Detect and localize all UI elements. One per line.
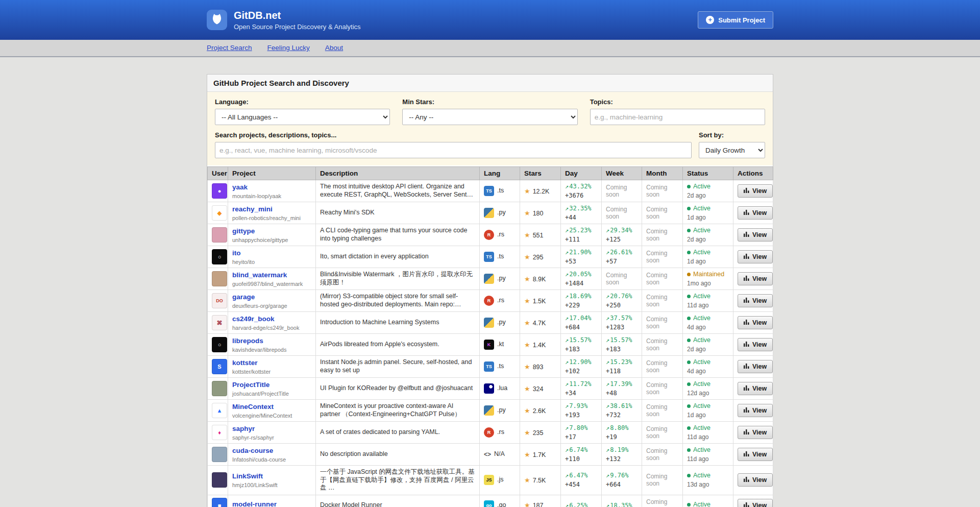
trend-up-icon: ↗ <box>565 205 569 212</box>
growth-percent: ↗6.25% <box>565 502 597 507</box>
project-link[interactable]: ProjectTitle <box>232 381 270 389</box>
table-row[interactable]: blind_watermark guofei9987/blind_waterma… <box>208 268 773 290</box>
view-button[interactable]: View <box>738 448 773 461</box>
star-icon: ★ <box>524 187 530 195</box>
avatar: ♦ <box>212 425 227 440</box>
language-ext: .py <box>497 406 506 414</box>
avatar: S <box>212 359 227 374</box>
view-button[interactable]: View <box>738 294 773 307</box>
card-title: GitHub Project Search and Discovery <box>207 75 773 92</box>
plus-circle-icon: + <box>706 16 714 24</box>
table-row[interactable]: ◆ reachy_mini pollen-robotics/reachy_min… <box>208 202 773 224</box>
table-row[interactable]: ⌘ cs249r_book harvard-edge/cs249r_book I… <box>208 312 773 334</box>
min-stars-label: Min Stars: <box>402 98 577 106</box>
growth-percent: ↗15.57% <box>565 336 597 344</box>
view-button[interactable]: View <box>738 272 773 285</box>
project-description: (Mirror) S3-compatible object store for … <box>316 290 480 312</box>
project-link[interactable]: LinkSwift <box>232 472 263 480</box>
day-growth-cell: ↗18.69%+229 <box>561 290 602 312</box>
table-row[interactable]: gittype unhappychoice/gittype A CLI code… <box>208 224 773 246</box>
project-link[interactable]: cs249r_book <box>232 315 275 323</box>
avatar <box>212 447 227 462</box>
language-ext: .py <box>497 209 506 216</box>
stars-cell: ★4.7K <box>520 312 561 334</box>
project-owner: volcengine/MineContext <box>232 413 311 419</box>
view-button[interactable]: View <box>738 228 773 242</box>
nav-link-feeling-lucky[interactable]: Feeling Lucky <box>267 44 310 52</box>
view-button[interactable]: View <box>738 473 773 487</box>
week-growth-cell: ↗8.19%+132 <box>602 444 642 466</box>
project-link[interactable]: cuda-course <box>232 447 273 454</box>
week-growth-cell: ↗17.39%+48 <box>602 378 642 400</box>
search-input[interactable] <box>215 142 692 158</box>
month-growth-cell: Coming soon <box>642 268 683 290</box>
star-count: 2.6K <box>533 407 546 415</box>
week-growth-cell: ↗26.61%+57 <box>602 246 642 268</box>
project-link[interactable]: blind_watermark <box>232 271 287 279</box>
project-owner: Infatoshi/cuda-course <box>232 456 311 463</box>
language-select[interactable]: -- All Languages -- <box>215 109 390 125</box>
view-button[interactable]: View <box>738 316 773 329</box>
view-button[interactable]: View <box>738 184 773 198</box>
table-row[interactable]: ProjectTitle joshuacant/ProjectTitle UI … <box>208 378 773 400</box>
month-growth-cell: Coming soon <box>642 180 683 202</box>
column-header-project: Project <box>228 167 316 180</box>
growth-delta: +193 <box>565 412 597 419</box>
submit-project-button[interactable]: + Submit Project <box>698 11 773 29</box>
status-cell: Active 2d ago <box>683 224 733 246</box>
project-link[interactable]: model-runner <box>232 500 277 507</box>
site-title: GitDB.net <box>234 9 361 21</box>
table-row[interactable]: ▲ MineContext volcengine/MineContext Min… <box>208 400 773 422</box>
growth-percent: ↗43.32% <box>565 183 597 190</box>
nav-link-project-search[interactable]: Project Search <box>207 44 252 52</box>
week-growth-cell: ↗15.57%+183 <box>602 334 642 356</box>
project-owner: joshuacant/ProjectTitle <box>232 391 311 397</box>
column-header-description: Description <box>316 167 480 180</box>
table-row[interactable]: ■ model-runner Docker Model Runner go.go… <box>208 495 773 507</box>
project-link[interactable]: saphyr <box>232 425 255 432</box>
growth-percent: ↗15.23% <box>606 358 638 366</box>
topics-input[interactable] <box>590 109 765 125</box>
status-cell: Active 4d ago <box>683 356 733 378</box>
table-row[interactable]: ♦ saphyr saphyr-rs/saphyr A set of crate… <box>208 422 773 444</box>
project-link[interactable]: garage <box>232 293 255 301</box>
table-row[interactable]: ● yaak mountain-loop/yaak The most intui… <box>208 180 773 202</box>
language-icon <box>484 383 494 394</box>
project-link[interactable]: yaak <box>232 183 248 191</box>
table-row[interactable]: ○ librepods kavishdevar/librepods AirPod… <box>208 334 773 356</box>
view-button[interactable]: View <box>738 206 773 220</box>
table-row[interactable]: DO garage deuxfleurs-org/garage (Mirror)… <box>208 290 773 312</box>
trend-up-icon: ↗ <box>565 358 569 366</box>
language-ext: .rs <box>497 297 504 304</box>
growth-delta: +664 <box>606 481 638 488</box>
table-row[interactable]: LinkSwift hmjz100/LinkSwift 一个基于 JavaScr… <box>208 466 773 495</box>
project-link[interactable]: kottster <box>232 359 258 367</box>
status-dot-icon <box>687 404 691 408</box>
view-button[interactable]: View <box>738 360 773 373</box>
project-link[interactable]: librepods <box>232 337 263 345</box>
view-button[interactable]: View <box>738 382 773 395</box>
view-button[interactable]: View <box>738 499 773 507</box>
view-button[interactable]: View <box>738 250 773 263</box>
project-link[interactable]: MineContext <box>232 403 274 411</box>
table-row[interactable]: S kottster kottster/kottster Instant Nod… <box>208 356 773 378</box>
project-link[interactable]: ito <box>232 249 241 257</box>
star-icon: ★ <box>524 476 530 484</box>
sort-by-select[interactable]: Daily Growth <box>699 142 765 158</box>
status-dot-icon <box>687 229 691 232</box>
table-row[interactable]: cuda-course Infatoshi/cuda-course No des… <box>208 444 773 466</box>
trend-up-icon: ↗ <box>606 358 609 366</box>
min-stars-select[interactable]: -- Any -- <box>402 109 577 125</box>
language-icon: TS <box>484 186 494 196</box>
view-button[interactable]: View <box>738 426 773 439</box>
nav-link-about[interactable]: About <box>325 44 343 52</box>
language-ext: .ts <box>497 187 504 194</box>
project-link[interactable]: gittype <box>232 227 255 235</box>
table-row[interactable]: ○ ito heyito/ito Ito, smart dictation in… <box>208 246 773 268</box>
growth-delta: +19 <box>606 433 638 441</box>
view-button[interactable]: View <box>738 338 773 351</box>
column-header-week: Week <box>602 167 642 180</box>
stars-cell: ★12.2K <box>520 180 561 202</box>
project-link[interactable]: reachy_mini <box>232 205 273 213</box>
view-button[interactable]: View <box>738 404 773 417</box>
